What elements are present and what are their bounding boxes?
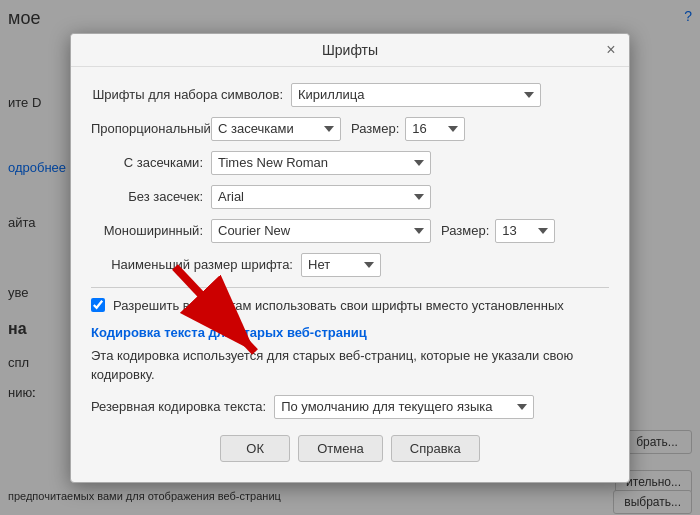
checkbox-label: Разрешить веб-сайтам использовать свои ш… [113, 298, 564, 313]
mono-select[interactable]: Courier New [211, 219, 431, 243]
serif-row: С засечками: Times New Roman [91, 151, 609, 175]
proportional-size-group: Размер: 16 [351, 117, 465, 141]
proportional-type-select[interactable]: С засечками [211, 117, 341, 141]
minsize-label: Наименьший размер шрифта: [91, 257, 301, 272]
sans-label: Без засечек: [91, 189, 211, 204]
fallback-select[interactable]: По умолчанию для текущего языка [274, 395, 534, 419]
cancel-button[interactable]: Отмена [298, 435, 383, 462]
dialog-body: Шрифты для набора символов: Кириллица Пр… [71, 67, 629, 482]
checkbox-row: Разрешить веб-сайтам использовать свои ш… [91, 298, 609, 313]
mono-size-label: Размер: [441, 223, 489, 238]
charset-row: Шрифты для набора символов: Кириллица [91, 83, 609, 107]
ok-button[interactable]: ОК [220, 435, 290, 462]
dialog-title: Шрифты [322, 42, 378, 58]
size-label: Размер: [351, 121, 399, 136]
serif-label: С засечками: [91, 155, 211, 170]
section-desc: Эта кодировка используется для старых ве… [91, 346, 609, 385]
proportional-row: Пропорциональный С засечками Размер: 16 [91, 117, 609, 141]
minsize-row: Наименьший размер шрифта: Нет [91, 253, 609, 277]
sans-row: Без засечек: Arial [91, 185, 609, 209]
allow-fonts-checkbox[interactable] [91, 298, 105, 312]
dialog-titlebar: Шрифты × [71, 34, 629, 67]
sans-select[interactable]: Arial [211, 185, 431, 209]
help-button[interactable]: Справка [391, 435, 480, 462]
proportional-size-select[interactable]: 16 [405, 117, 465, 141]
fallback-label: Резервная кодировка текста: [91, 399, 266, 414]
mono-size-select[interactable]: 13 [495, 219, 555, 243]
mono-row: Моноширинный: Courier New Размер: 13 [91, 219, 609, 243]
charset-select[interactable]: Кириллица [291, 83, 541, 107]
fonts-dialog: Шрифты × Шрифты для набора символов: Кир… [70, 33, 630, 483]
divider1 [91, 287, 609, 288]
close-button[interactable]: × [601, 40, 621, 60]
fallback-row: Резервная кодировка текста: По умолчанию… [91, 395, 609, 419]
mono-label: Моноширинный: [91, 223, 211, 238]
minsize-select[interactable]: Нет [301, 253, 381, 277]
proportional-label: Пропорциональный [91, 121, 211, 136]
section-title: Кодировка текста для старых веб-страниц [91, 325, 609, 340]
charset-label: Шрифты для набора символов: [91, 87, 291, 102]
mono-size-group: Размер: 13 [441, 219, 555, 243]
button-row: ОК Отмена Справка [91, 435, 609, 466]
serif-select[interactable]: Times New Roman [211, 151, 431, 175]
dialog-overlay: Шрифты × Шрифты для набора символов: Кир… [0, 0, 700, 515]
